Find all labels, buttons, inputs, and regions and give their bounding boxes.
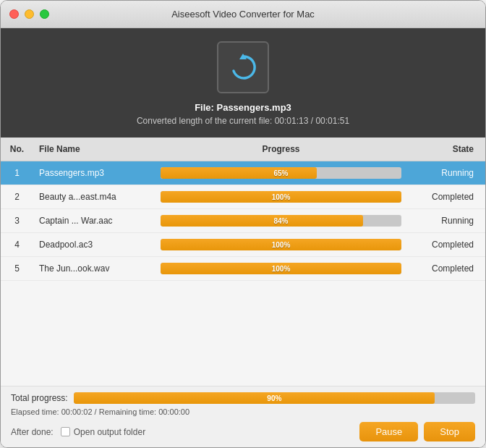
cell-filename: Passengers.mp3: [33, 168, 149, 178]
after-done-label: After done:: [11, 427, 54, 437]
file-table: No. File Name Progress State 1 Passenger…: [1, 138, 485, 386]
elapsed-row: Elapsed time: 00:00:02 / Remaining time:…: [11, 407, 475, 416]
total-progress-value: 90%: [267, 394, 281, 402]
progress-bar: 84%: [161, 215, 401, 227]
col-header-progress: Progress: [149, 141, 413, 157]
cell-filename: The Jun...ook.wav: [33, 263, 149, 274]
col-header-filename: File Name: [33, 141, 149, 157]
converted-length: Converted length of the current file: 00…: [137, 116, 349, 126]
close-button[interactable]: [9, 9, 19, 19]
footer-row: After done: Open output folder Pause Sto…: [11, 422, 475, 441]
table-header: No. File Name Progress State: [1, 138, 485, 161]
traffic-lights: [9, 9, 49, 19]
open-folder-checkbox-wrapper[interactable]: Open output folder: [61, 427, 145, 437]
maximize-button[interactable]: [40, 9, 49, 19]
cell-progress: 100%: [149, 239, 413, 250]
file-info: File: Passengers.mp3: [195, 102, 291, 113]
total-progress-row: Total progress: 90%: [11, 392, 475, 404]
total-progress-label: Total progress:: [11, 393, 68, 403]
cell-state: Running: [413, 216, 485, 226]
cell-no: 5: [1, 263, 33, 274]
cell-state: Completed: [413, 263, 485, 274]
open-folder-label: Open output folder: [74, 427, 145, 437]
cell-state: Completed: [413, 240, 485, 250]
cell-no: 2: [1, 192, 33, 202]
table-body: 1 Passengers.mp3 65% Running 2 Beauty a.…: [1, 161, 485, 281]
cell-no: 1: [1, 168, 33, 178]
table-row[interactable]: 4 Deadpool.ac3 100% Completed: [1, 233, 485, 257]
table-row[interactable]: 2 Beauty a...east.m4a 100% Completed: [1, 185, 485, 209]
progress-label: 84%: [273, 217, 288, 225]
progress-bar: 65%: [161, 167, 401, 179]
progress-fill: [161, 215, 363, 227]
pause-button[interactable]: Pause: [359, 422, 418, 441]
table-row[interactable]: 1 Passengers.mp3 65% Running: [1, 161, 485, 185]
cell-filename: Deadpool.ac3: [33, 240, 149, 250]
cell-filename: Captain ... War.aac: [33, 216, 149, 226]
total-progress-bar: 90%: [74, 392, 475, 404]
table-row[interactable]: 3 Captain ... War.aac 84% Running: [1, 209, 485, 233]
total-progress-fill: [74, 392, 435, 404]
progress-bar: 100%: [161, 239, 401, 250]
progress-label: 65%: [273, 169, 288, 177]
col-header-no: No.: [1, 141, 33, 157]
progress-label: 100%: [272, 265, 291, 273]
progress-bar: 100%: [161, 263, 401, 274]
progress-label: 100%: [272, 241, 291, 249]
col-header-state: State: [413, 141, 485, 157]
title-bar: Aiseesoft Video Converter for Mac: [1, 1, 485, 28]
open-folder-checkbox[interactable]: [61, 427, 70, 436]
convert-icon-box: [217, 41, 269, 93]
progress-fill: [161, 167, 317, 179]
refresh-icon: [226, 51, 260, 84]
app-window: Aiseesoft Video Converter for Mac File: …: [0, 0, 486, 448]
stop-button[interactable]: Stop: [424, 422, 475, 441]
table-row[interactable]: 5 The Jun...ook.wav 100% Completed: [1, 257, 485, 281]
cell-no: 3: [1, 216, 33, 226]
window-title: Aiseesoft Video Converter for Mac: [171, 9, 315, 20]
bottom-area: Total progress: 90% Elapsed time: 00:00:…: [1, 386, 485, 447]
cell-no: 4: [1, 240, 33, 250]
progress-label: 100%: [272, 193, 291, 201]
cell-state: Running: [413, 168, 485, 178]
minimize-button[interactable]: [25, 9, 34, 19]
cell-filename: Beauty a...east.m4a: [33, 192, 149, 202]
cell-progress: 100%: [149, 191, 413, 203]
cell-progress: 65%: [149, 167, 413, 179]
cell-state: Completed: [413, 192, 485, 202]
converting-area: File: Passengers.mp3 Converted length of…: [1, 28, 485, 138]
progress-bar: 100%: [161, 191, 401, 203]
cell-progress: 100%: [149, 263, 413, 274]
cell-progress: 84%: [149, 215, 413, 227]
